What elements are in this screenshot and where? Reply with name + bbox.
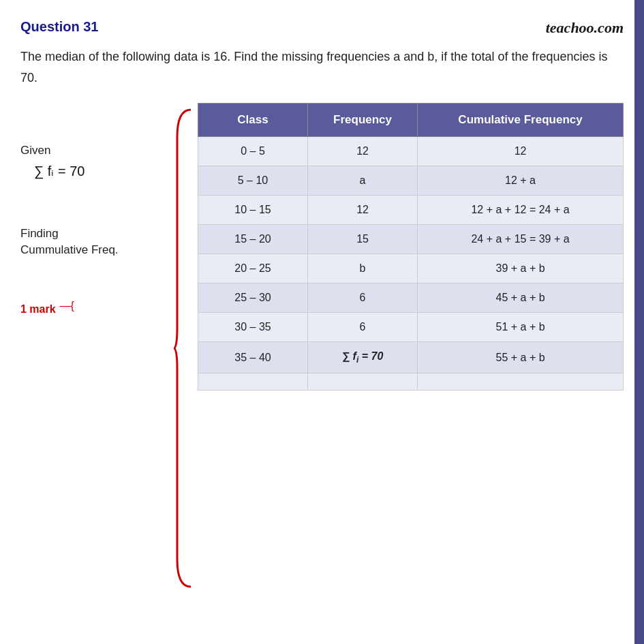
left-labels: Given ∑ fᵢ = 70 Finding Cummulative Freq…: [20, 103, 170, 316]
table-cell-freq: 6: [308, 313, 418, 342]
given-section: Given ∑ fᵢ = 70: [20, 144, 170, 179]
table-body: 0 – 512125 – 10a12 + a10 – 151212 + a + …: [198, 137, 624, 390]
table-cell-cum_freq: 12 + a + 12 = 24 + a: [418, 196, 624, 225]
table-cell-freq: 12: [308, 137, 418, 166]
table-cell-freq: a: [308, 166, 418, 196]
table-cell-freq: 6: [308, 283, 418, 313]
brace-svg: [170, 103, 196, 596]
table-cell-class: 0 – 5: [198, 137, 308, 166]
table-row: 35 – 40∑ fi = 7055 + a + b: [198, 342, 624, 373]
mark-container: 1 mark —{: [20, 296, 170, 316]
data-table: Class Frequency Cumulative Frequency 0 –…: [198, 103, 624, 390]
table-row: [198, 373, 624, 390]
table-cell-cum_freq: 51 + a + b: [418, 313, 624, 342]
table-row: 15 – 201524 + a + 15 = 39 + a: [198, 225, 624, 254]
brand-logo: teachoo.com: [546, 19, 624, 37]
content-area: Given ∑ fᵢ = 70 Finding Cummulative Freq…: [20, 103, 624, 596]
table-row: 5 – 10a12 + a: [198, 166, 624, 196]
table-cell-class: 5 – 10: [198, 166, 308, 196]
table-cell-class: 15 – 20: [198, 225, 308, 254]
table-row: 30 – 35651 + a + b: [198, 313, 624, 342]
label-finding: Finding: [20, 227, 170, 241]
table-cell-cum_freq: 12: [418, 137, 624, 166]
table-header-row: Class Frequency Cumulative Frequency: [198, 104, 624, 137]
table-cell-freq: 15: [308, 225, 418, 254]
table-cell-cum_freq: 45 + a + b: [418, 283, 624, 313]
table-row: 10 – 151212 + a + 12 = 24 + a: [198, 196, 624, 225]
table-cell-cum_freq: 24 + a + 15 = 39 + a: [418, 225, 624, 254]
table-cell-class: 30 – 35: [198, 313, 308, 342]
table-cell-cum_freq: [418, 373, 624, 390]
problem-statement: The median of the following data is 16. …: [20, 46, 624, 88]
col-header-cumfreq: Cumulative Frequency: [418, 104, 624, 137]
table-cell-class: 10 – 15: [198, 196, 308, 225]
table-cell-freq: [308, 373, 418, 390]
table-cell-freq: ∑ fi = 70: [308, 342, 418, 373]
table-row: 0 – 51212: [198, 137, 624, 166]
table-cell-class: 25 – 30: [198, 283, 308, 313]
table-cell-cum_freq: 55 + a + b: [418, 342, 624, 373]
sigma-formula: ∑ fᵢ = 70: [34, 164, 85, 179]
col-header-class: Class: [198, 104, 308, 137]
table-cell-class: 35 – 40: [198, 342, 308, 373]
question-title: Question 31: [20, 19, 98, 35]
table-cell-class: [198, 373, 308, 390]
table-row: 25 – 30645 + a + b: [198, 283, 624, 313]
mark-arrow-icon: —{: [60, 300, 74, 312]
page: Question 31 teachoo.com The median of th…: [0, 0, 644, 644]
table-cell-cum_freq: 39 + a + b: [418, 254, 624, 283]
label-given: Given: [20, 144, 170, 157]
col-header-frequency: Frequency: [308, 104, 418, 137]
label-formula: ∑ fᵢ = 70: [34, 163, 170, 179]
table-cell-freq: b: [308, 254, 418, 283]
table-cell-cum_freq: 12 + a: [418, 166, 624, 196]
header: Question 31 teachoo.com: [20, 19, 624, 37]
table-cell-freq: 12: [308, 196, 418, 225]
table-cell-class: 20 – 25: [198, 254, 308, 283]
right-accent-bar: [634, 0, 644, 644]
table-row: 20 – 25b39 + a + b: [198, 254, 624, 283]
label-cumfreq: Cummulative Freq.: [20, 243, 170, 257]
label-1mark: 1 mark: [20, 303, 56, 316]
